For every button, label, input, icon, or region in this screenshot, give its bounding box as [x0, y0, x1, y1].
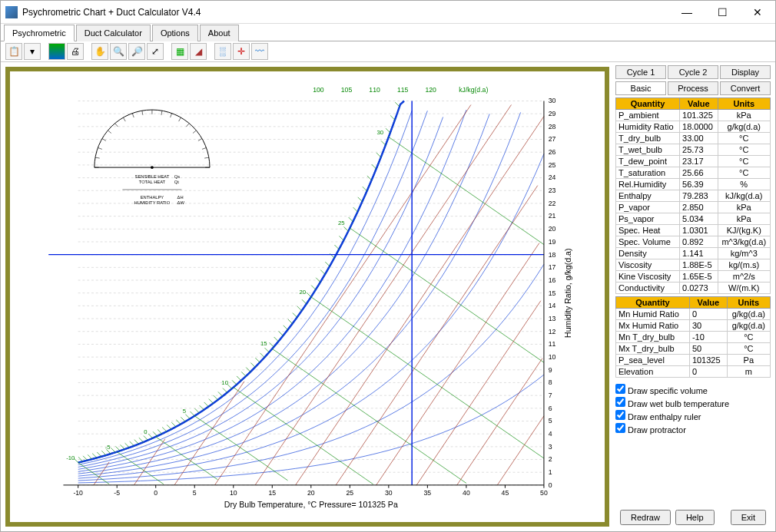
table-row: Mx T_dry_bulb50°C	[616, 343, 771, 355]
svg-text:110: 110	[369, 86, 380, 94]
svg-line-139	[232, 380, 237, 385]
minimize-button[interactable]: —	[669, 1, 705, 23]
svg-text:5: 5	[549, 417, 552, 425]
main-tabs: Psychrometric Duct Calculator Options Ab…	[1, 24, 775, 41]
svg-text:ΔH: ΔH	[177, 195, 184, 200]
svg-line-113	[111, 448, 115, 452]
svg-line-158	[320, 270, 325, 275]
zoom-in-icon[interactable]: 🔍	[110, 43, 127, 60]
svg-line-165	[353, 207, 358, 212]
chart-frame[interactable]: 0123456789101112131415161718192021222324…	[5, 67, 609, 527]
table-row: Mn T_dry_bulb-10°C	[616, 332, 771, 343]
exit-button[interactable]: Exit	[731, 510, 766, 525]
svg-line-152	[293, 313, 297, 318]
svg-text:25: 25	[549, 161, 556, 169]
svg-text:0: 0	[549, 481, 552, 489]
tab-display[interactable]: Display	[720, 65, 771, 79]
svg-line-156	[311, 286, 316, 290]
table-row: Kine Viscosity1.65E-5m^2/s	[616, 271, 771, 283]
curve-icon[interactable]: 〰	[251, 43, 268, 60]
tab-basic[interactable]: Basic	[615, 81, 666, 95]
tab-options[interactable]: Options	[152, 25, 198, 41]
svg-line-115	[121, 444, 125, 449]
svg-line-135	[214, 395, 218, 400]
tab-process[interactable]: Process	[668, 81, 718, 95]
svg-text:18: 18	[549, 251, 556, 259]
table-row: Mx Humid Ratio30g/kg(d.a)	[616, 320, 771, 332]
svg-line-149	[279, 332, 284, 336]
tab-duct-calculator[interactable]: Duct Calculator	[76, 25, 151, 41]
grid1-icon[interactable]: ▦	[171, 43, 188, 60]
svg-line-179	[204, 157, 209, 158]
close-button[interactable]: ✕	[740, 1, 775, 23]
tab-psychrometric[interactable]: Psychrometric	[4, 25, 75, 41]
svg-text:50: 50	[540, 489, 548, 497]
svg-text:13: 13	[549, 315, 556, 322]
table-row: Mn Humid Ratio0g/kg(d.a)	[616, 309, 771, 320]
tab-cycle1[interactable]: Cycle 1	[615, 65, 666, 79]
svg-line-146	[264, 348, 269, 352]
svg-text:Humidity Ratio, g/kg(d.a): Humidity Ratio, g/kg(d.a)	[563, 248, 572, 337]
table-row: Ps_vapor5.034kPa	[616, 213, 771, 225]
svg-line-190	[123, 117, 125, 121]
svg-line-171	[381, 140, 386, 145]
svg-text:30: 30	[385, 489, 393, 497]
copy-icon[interactable]: 📋	[5, 43, 22, 60]
redraw-button[interactable]: Redraw	[620, 510, 671, 525]
help-button[interactable]: Help	[675, 510, 715, 525]
tab-about[interactable]: About	[200, 25, 239, 41]
dropdown-icon[interactable]: ▾	[24, 43, 41, 60]
svg-line-118	[134, 440, 139, 444]
tab-cycle2[interactable]: Cycle 2	[668, 65, 718, 79]
window-title: Psychrometric Chart + Duct Calculator V4…	[22, 7, 669, 18]
maximize-button[interactable]: ☐	[705, 1, 740, 23]
svg-text:-10: -10	[66, 454, 75, 461]
table-row: T_dry_bulb33.00°C	[616, 133, 771, 144]
svg-line-129	[185, 415, 190, 419]
svg-line-173	[390, 115, 395, 120]
svg-text:30: 30	[376, 129, 383, 136]
svg-line-195	[95, 157, 100, 158]
svg-line-185	[171, 114, 172, 117]
zoom-fit-icon[interactable]: ⤢	[147, 43, 164, 60]
svg-text:12: 12	[549, 328, 556, 335]
svg-text:5: 5	[183, 408, 186, 415]
zoom-out-icon[interactable]: 🔎	[128, 43, 145, 60]
checkbox-draw-enthalpy-ruler[interactable]: Draw enthalpy ruler	[615, 409, 771, 422]
svg-text:7: 7	[549, 392, 552, 399]
svg-text:27: 27	[549, 135, 556, 143]
hand-icon[interactable]: ✋	[91, 43, 108, 60]
checkbox-draw-wet-bulb-temperature[interactable]: Draw wet bulb temperature	[615, 396, 771, 409]
svg-line-172	[386, 128, 390, 133]
table-row: T_saturation25.66°C	[616, 167, 771, 179]
grid2-icon[interactable]: ◢	[190, 43, 207, 60]
table-row: Enthalpy79.283kJ/kg(d.a)	[616, 190, 771, 202]
svg-line-120	[144, 436, 148, 441]
svg-text:-5: -5	[105, 444, 111, 451]
svg-line-151	[288, 319, 293, 324]
table-row: Conductivity0.0273W/(m.K)	[616, 283, 771, 294]
svg-line-159	[325, 262, 330, 266]
table-row: Rel.Humidity56.39%	[616, 179, 771, 190]
svg-text:Qt: Qt	[174, 180, 179, 184]
psychrometric-chart[interactable]: 0123456789101112131415161718192021222324…	[10, 71, 605, 522]
svg-line-164	[349, 217, 353, 222]
svg-line-191	[115, 124, 118, 127]
svg-text:Qs: Qs	[174, 174, 180, 179]
svg-text:0: 0	[144, 428, 147, 435]
titlebar: Psychrometric Chart + Duct Calculator V4…	[1, 1, 775, 24]
svg-text:SENSIBLE HEAT: SENSIBLE HEAT	[135, 174, 170, 179]
checkbox-draw-specific-volume[interactable]: Draw specific volume	[615, 383, 771, 396]
color-icon[interactable]	[48, 43, 65, 60]
print-icon[interactable]: 🖨	[67, 43, 84, 60]
gridlines-icon[interactable]: ░	[214, 43, 231, 60]
svg-line-119	[139, 438, 144, 442]
svg-line-123	[158, 429, 162, 434]
svg-text:15: 15	[260, 340, 267, 347]
svg-line-134	[209, 399, 214, 404]
crosshair-icon[interactable]: ✛	[233, 43, 250, 60]
tab-convert[interactable]: Convert	[720, 81, 771, 95]
svg-text:6: 6	[549, 405, 552, 412]
checkbox-draw-protractor[interactable]: Draw protractor	[615, 422, 771, 435]
svg-text:40: 40	[463, 489, 470, 497]
